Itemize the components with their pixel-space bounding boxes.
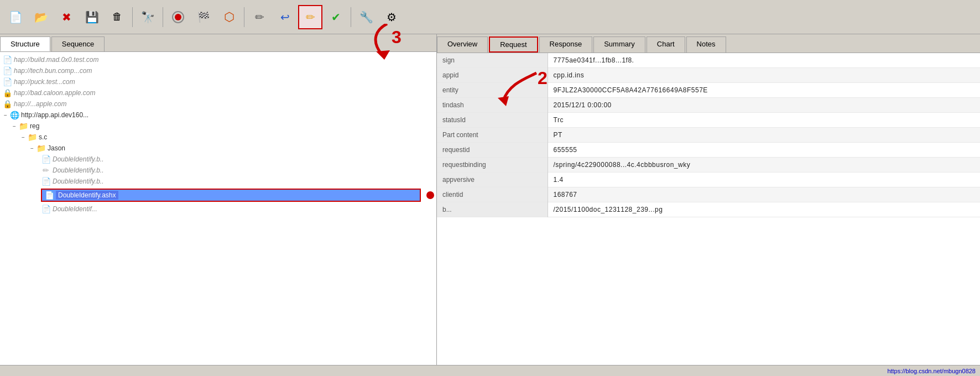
tree-item-1[interactable]: 📄 hap://tech.bun.comp...com (0, 65, 436, 76)
save-button[interactable]: 💾 (80, 5, 104, 29)
page-icon-child-2: 📄 (41, 177, 51, 186)
tree-item-reg[interactable]: − 📁 reg (0, 121, 436, 132)
table-key: sign (437, 53, 548, 68)
record-button[interactable] (166, 5, 190, 29)
tree-label-globe: http://app.api.dev160... (21, 111, 88, 119)
table-row: requestbinding /spring/4c229000088...4c.… (437, 158, 980, 173)
tree-item-child-0[interactable]: 📄 DoubleIdentify.b.. (0, 154, 436, 165)
tree-item-selected-container: 📄 DoubleIdentify.ashx (0, 187, 436, 203)
page-icon-child-4: 📄 (41, 205, 51, 213)
undo-button[interactable]: ↩ (273, 5, 297, 29)
table-row: b... /2015/1100doc_1231128_239...pg (437, 202, 980, 217)
table-key: tindash (437, 98, 548, 113)
pencil-button[interactable]: ✏ (247, 5, 272, 29)
delete-button[interactable]: ✖ (54, 5, 79, 29)
tab-sequence[interactable]: Sequence (51, 36, 105, 51)
replay-button[interactable]: 🏁 (191, 5, 216, 29)
find-button[interactable]: 🔭 (135, 5, 160, 29)
tree-toggle-globe[interactable]: − (2, 112, 9, 118)
right-tabs: Overview Request Response Summary Chart … (437, 34, 980, 53)
lock-icon-3: 🔒 (2, 88, 12, 97)
table-key: b... (437, 202, 548, 217)
tab-summary[interactable]: Summary (593, 36, 645, 53)
folder-icon-sc: 📁 (27, 133, 37, 142)
tree-toggle-reg[interactable]: − (11, 123, 18, 129)
table-key: requestid (437, 143, 548, 158)
table-value: cpp.id.ins (548, 68, 980, 83)
globe-icon: 🌐 (9, 111, 19, 119)
tab-structure[interactable]: Structure (0, 36, 50, 51)
tab-request[interactable]: Request (489, 36, 538, 53)
edit-highlighted-button[interactable]: ✏ (298, 5, 322, 29)
tree-item-sc[interactable]: − 📁 s.c (0, 132, 436, 143)
table-key: entity (437, 83, 548, 98)
tree-label-2: hap://puck.test...com (14, 78, 75, 86)
table-row: appversive 1.4 (437, 173, 980, 187)
tree-label-1: hap://tech.bun.comp...com (14, 67, 92, 75)
table-row: Part content PT (437, 128, 980, 143)
page-icon-1: 📄 (2, 66, 12, 75)
tree-label-3: hap://bad.caloon.apple.com (14, 89, 95, 97)
tab-response[interactable]: Response (539, 36, 593, 53)
tree-label-jason: Jason (48, 144, 65, 152)
settings-button[interactable]: 🔧 (354, 5, 378, 29)
folder-icon-reg: 📁 (18, 122, 28, 130)
tree-item-jason[interactable]: − 📁 Jason (0, 143, 436, 154)
tree-item-0[interactable]: 📄 hap://build.mad.0x0.test.com (0, 54, 436, 65)
table-value: 655555 (548, 143, 980, 158)
table-key: appversive (437, 173, 548, 187)
tree-label-4: hap://...apple.com (14, 100, 66, 108)
tree-toggle-jason[interactable]: − (29, 145, 35, 152)
new-button[interactable]: 📄 (3, 5, 28, 29)
gear-button[interactable]: ⚙ (379, 5, 404, 29)
main-content: Structure Sequence 📄 hap://build.mad.0x0… (0, 34, 980, 365)
table-row: tindash 2015/12/1 0:00:00 (437, 98, 980, 113)
tab-notes[interactable]: Notes (686, 36, 726, 53)
table-row: requestid 655555 (437, 143, 980, 158)
check-button[interactable]: ✔ (324, 5, 348, 29)
toolbar-separator-2 (163, 7, 163, 27)
lock-icon-4: 🔒 (2, 100, 12, 108)
page-icon-0: 📄 (2, 55, 12, 64)
right-wrapper: Overview Request Response Summary Chart … (437, 34, 980, 365)
tree-label-sc: s.c (39, 133, 47, 141)
tab-chart[interactable]: Chart (647, 36, 685, 53)
table-key: appid (437, 68, 548, 83)
table-row: appid cpp.id.ins (437, 68, 980, 83)
table-row: sign 7775ae0341f...1fb8...1f8. (437, 53, 980, 68)
tree-item-child-4[interactable]: 📄 DoubleIdentif... (0, 203, 436, 215)
svg-point-1 (175, 14, 181, 20)
table-key: clientid (437, 187, 548, 202)
tree-item-3[interactable]: 🔒 hap://bad.caloon.apple.com (0, 87, 436, 98)
data-table: sign 7775ae0341f...1fb8...1f8. appid cpp… (437, 53, 980, 217)
tree-item-child-1[interactable]: ✏ DoubleIdentify.b.. (0, 165, 436, 176)
tree-item-globe[interactable]: − 🌐 http://app.api.dev160... (0, 109, 436, 121)
table-row: statusId Trc (437, 113, 980, 128)
table-row: clientid 168767 (437, 187, 980, 202)
table-row: entity 9FJLZ2A30000CCF5A8A42A77616649A8F… (437, 83, 980, 98)
tree-toggle-sc[interactable]: − (20, 134, 27, 140)
footer-url: https://blog.csdn.net/mbugn0828 (887, 368, 976, 374)
table-value: 168767 (548, 187, 980, 202)
stop-button[interactable]: ⬡ (217, 5, 241, 29)
table-value: 7775ae0341f...1fb8...1f8. (548, 53, 980, 68)
toolbar: 📄 📂 ✖ 💾 🗑 🔭 (0, 0, 980, 34)
tree-label-child-0: DoubleIdentify.b.. (53, 155, 104, 163)
tree-label-child-1: DoubleIdentify.b.. (53, 166, 104, 174)
tree-area: 📄 hap://build.mad.0x0.test.com 📄 hap://t… (0, 52, 436, 365)
tree-item-selected[interactable]: 📄 DoubleIdentify.ashx (41, 189, 421, 202)
table-key: requestbinding (437, 158, 548, 173)
trash-button[interactable]: 🗑 (105, 5, 129, 29)
pencil-icon-child-1: ✏ (41, 166, 51, 175)
right-content: sign 7775ae0341f...1fb8...1f8. appid cpp… (437, 53, 980, 365)
tree-item-4[interactable]: 🔒 hap://...apple.com (0, 98, 436, 109)
tree-item-2[interactable]: 📄 hap://puck.test...com (0, 76, 436, 87)
right-panel: Overview Request Response Summary Chart … (437, 34, 980, 365)
tree-label-child-2: DoubleIdentify.b.. (53, 177, 104, 185)
tree-label-reg: reg (30, 122, 39, 130)
open-button[interactable]: 📂 (29, 5, 53, 29)
toolbar-separator-1 (132, 7, 133, 27)
tree-item-child-2[interactable]: 📄 DoubleIdentify.b.. (0, 176, 436, 187)
tree-label-selected: DoubleIdentify.ashx (56, 191, 118, 200)
tab-overview[interactable]: Overview (437, 36, 488, 53)
